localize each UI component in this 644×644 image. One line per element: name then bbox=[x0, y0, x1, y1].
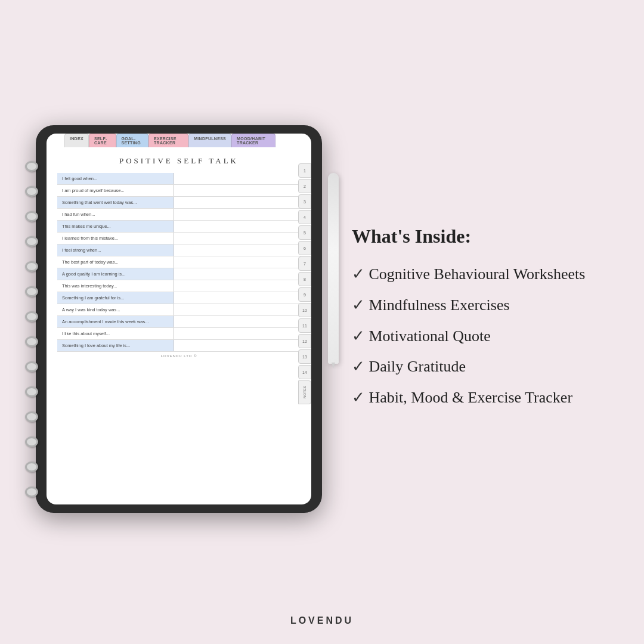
spiral-ring bbox=[25, 236, 38, 247]
prompt-label: I learned from this mistake... bbox=[57, 233, 174, 244]
list-item: I like this about myself... bbox=[57, 328, 301, 340]
spiral-binding bbox=[25, 161, 38, 497]
tab-index[interactable]: INDEX bbox=[64, 134, 89, 147]
page-num-11[interactable]: 11 bbox=[298, 318, 311, 333]
bottom-brand: LOVENDU bbox=[290, 615, 354, 626]
notebook-tabs: INDEX SELF-CARE GOAL-SETTING EXERCISE TR… bbox=[64, 134, 275, 147]
prompt-label: A way I was kind today was... bbox=[57, 304, 174, 315]
prompt-space bbox=[174, 328, 301, 339]
prompt-label: An accomplishment I made this week was..… bbox=[57, 316, 174, 327]
spiral-ring bbox=[25, 361, 38, 372]
list-item: Something that went well today was... bbox=[57, 197, 301, 209]
page-num-14[interactable]: 14 bbox=[298, 365, 311, 379]
prompt-label: This was interesting today... bbox=[57, 280, 174, 292]
page-num-4[interactable]: 4 bbox=[298, 210, 311, 224]
prompt-label: This makes me unique... bbox=[57, 221, 174, 232]
list-item: An accomplishment I made this week was..… bbox=[57, 316, 301, 328]
page-num-1[interactable]: 1 bbox=[298, 163, 311, 178]
tablet-wrapper: INDEX SELF-CARE GOAL-SETTING EXERCISE TR… bbox=[36, 125, 322, 519]
spiral-ring bbox=[25, 186, 38, 197]
prompt-space bbox=[174, 280, 301, 292]
list-item: I am proud of myself because... bbox=[57, 185, 301, 197]
page-num-9[interactable]: 9 bbox=[298, 287, 311, 302]
page-numbers: 1 2 3 4 5 6 7 8 9 10 11 12 13 14 NOTES bbox=[298, 163, 311, 404]
prompt-label: The best part of today was... bbox=[57, 256, 174, 268]
screen-content: POSITIVE SELF TALK I felt good when... I… bbox=[47, 134, 311, 504]
spiral-ring bbox=[25, 436, 38, 447]
main-container: INDEX SELF-CARE GOAL-SETTING EXERCISE TR… bbox=[0, 101, 644, 543]
spiral-ring bbox=[25, 161, 38, 172]
tablet-screen: INDEX SELF-CARE GOAL-SETTING EXERCISE TR… bbox=[47, 134, 311, 504]
list-item: This makes me unique... bbox=[57, 221, 301, 233]
page-num-2[interactable]: 2 bbox=[298, 179, 311, 193]
spiral-ring bbox=[25, 386, 38, 397]
spiral-ring bbox=[25, 411, 38, 422]
prompt-label: I felt good when... bbox=[57, 173, 174, 184]
page-title: POSITIVE SELF TALK bbox=[57, 156, 301, 166]
prompt-space bbox=[174, 256, 301, 268]
page-num-10[interactable]: 10 bbox=[298, 303, 311, 317]
spiral-ring bbox=[25, 211, 38, 222]
tab-mindfulness[interactable]: MINDFULNESS bbox=[188, 134, 231, 147]
right-content: What's Inside: ✓ Cognitive Behavioural W… bbox=[340, 213, 608, 431]
prompt-space bbox=[174, 209, 301, 220]
feature-gratitude: ✓ Daily Gratitude bbox=[352, 357, 602, 377]
page-num-6[interactable]: 6 bbox=[298, 241, 311, 255]
prompt-label: I had fun when... bbox=[57, 209, 174, 220]
prompt-space bbox=[174, 233, 301, 244]
prompt-space bbox=[174, 304, 301, 315]
spiral-ring bbox=[25, 487, 38, 497]
list-item: I had fun when... bbox=[57, 209, 301, 221]
tab-mood[interactable]: MOOD/HABIT TRACKER bbox=[231, 134, 275, 147]
spiral-ring bbox=[25, 311, 38, 322]
spiral-ring bbox=[25, 462, 38, 472]
page-num-12[interactable]: 12 bbox=[298, 334, 311, 348]
prompt-space bbox=[174, 268, 301, 280]
page-num-8[interactable]: 8 bbox=[298, 272, 311, 286]
tab-selfcare[interactable]: SELF-CARE bbox=[89, 134, 116, 147]
list-item: I felt good when... bbox=[57, 173, 301, 185]
prompts-table: I felt good when... I am proud of myself… bbox=[57, 173, 301, 352]
page-num-13[interactable]: 13 bbox=[298, 349, 311, 364]
page-notes[interactable]: NOTES bbox=[298, 380, 311, 404]
list-item: This was interesting today... bbox=[57, 280, 301, 292]
prompt-space bbox=[174, 316, 301, 327]
prompt-space bbox=[174, 292, 301, 304]
prompt-space bbox=[174, 244, 301, 256]
list-item: I learned from this mistake... bbox=[57, 233, 301, 244]
page-num-7[interactable]: 7 bbox=[298, 256, 311, 271]
feature-mindfulness: ✓ Mindfulness Exercises bbox=[352, 295, 602, 315]
checkmark-icon: ✓ bbox=[352, 358, 365, 375]
page-num-3[interactable]: 3 bbox=[298, 194, 311, 209]
prompt-label: Something I love about my life is... bbox=[57, 340, 174, 351]
list-item: Something I love about my life is... bbox=[57, 340, 301, 352]
brand-footer: LOVENDU LTD © bbox=[57, 352, 301, 360]
feature-habit: ✓ Habit, Mood & Exercise Tracker bbox=[352, 388, 602, 408]
prompt-space bbox=[174, 197, 301, 208]
feature-cognitive: ✓ Cognitive Behavioural Worksheets bbox=[352, 264, 602, 284]
prompt-label: I am proud of myself because... bbox=[57, 185, 174, 196]
list-item: I feel strong when... bbox=[57, 244, 301, 256]
tab-exercise[interactable]: EXERCISE TRACKER bbox=[148, 134, 188, 147]
prompt-space bbox=[174, 221, 301, 232]
list-item: The best part of today was... bbox=[57, 256, 301, 268]
prompt-space bbox=[174, 185, 301, 196]
prompt-space bbox=[174, 173, 301, 184]
spiral-ring bbox=[25, 261, 38, 272]
list-item: A way I was kind today was... bbox=[57, 304, 301, 316]
apple-pencil bbox=[328, 173, 339, 364]
checkmark-icon: ✓ bbox=[352, 389, 365, 406]
feature-motivational: ✓ Motivational Quote bbox=[352, 326, 602, 346]
spiral-ring bbox=[25, 336, 38, 347]
whats-inside-title: What's Inside: bbox=[352, 225, 602, 247]
prompt-space bbox=[174, 340, 301, 351]
checkmark-icon: ✓ bbox=[352, 265, 365, 283]
prompt-label: A good quality I am learning is... bbox=[57, 268, 174, 280]
prompt-label: Something that went well today was... bbox=[57, 197, 174, 208]
spiral-ring bbox=[25, 286, 38, 297]
tab-goalsetting[interactable]: GOAL-SETTING bbox=[116, 134, 148, 147]
prompt-label: Something I am grateful for is... bbox=[57, 292, 174, 304]
prompt-label: I like this about myself... bbox=[57, 328, 174, 339]
page-num-5[interactable]: 5 bbox=[298, 225, 311, 240]
checkmark-icon: ✓ bbox=[352, 296, 365, 314]
